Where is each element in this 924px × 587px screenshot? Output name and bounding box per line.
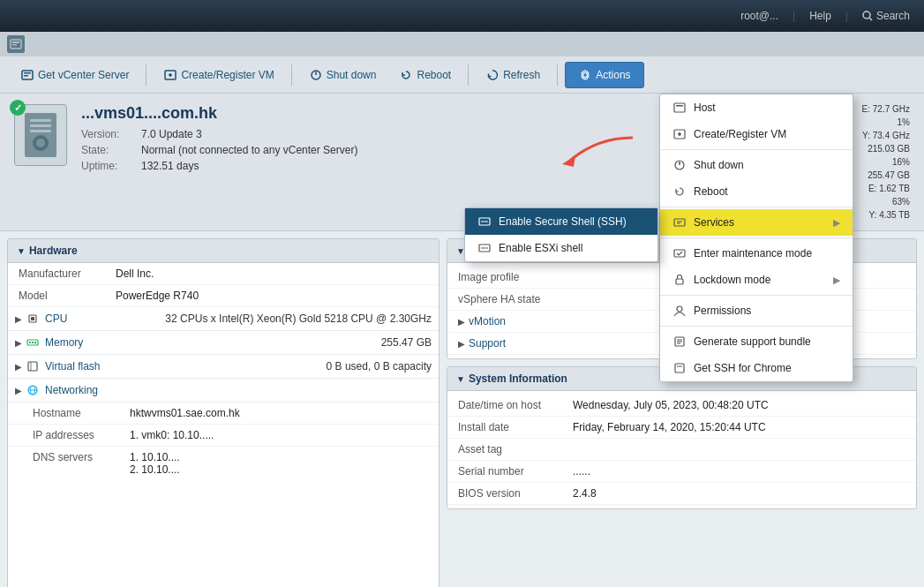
- dns-value-1: 1. 10.10....: [130, 451, 428, 463]
- support-bundle-label: Generate support bundle: [694, 335, 840, 348]
- refresh-icon: [485, 68, 500, 82]
- manufacturer-label: Manufacturer: [19, 267, 116, 280]
- ssh-chrome-icon-svg: [673, 362, 686, 374]
- services-icon-svg: [673, 216, 686, 229]
- shutdown-label: Shut down: [327, 69, 377, 81]
- hardware-collapse-icon[interactable]: ▼: [17, 246, 26, 256]
- datetime-label: Date/time on host: [458, 399, 573, 411]
- svg-rect-18: [32, 342, 34, 343]
- svg-rect-38: [674, 250, 685, 257]
- networking-row[interactable]: ▶ Networking: [8, 379, 439, 403]
- menu-item-create-vm[interactable]: Create/Register VM: [660, 121, 853, 147]
- menu-sep5: [660, 326, 853, 327]
- services-submenu-arrow: ▶: [833, 217, 840, 229]
- ip-row: IP addresses 1. vmk0: 10.10.....: [8, 425, 439, 447]
- reboot-icon-svg: [400, 69, 412, 81]
- version-label: Version:: [81, 128, 134, 140]
- install-value: Friday, February 14, 2020, 15:20:44 UTC: [573, 421, 905, 433]
- create-vm-menu-icon: [672, 127, 687, 141]
- esxi-icon: [477, 241, 492, 255]
- menu-item-reboot[interactable]: Reboot: [660, 178, 853, 205]
- cpu-section-row[interactable]: ▶ CPU 32 CPUs x Intel(R) Xeon(R) Gold 52…: [8, 307, 439, 331]
- svg-rect-17: [29, 342, 31, 343]
- cpu-label: CPU: [45, 312, 67, 325]
- lockdown-submenu-arrow: ▶: [833, 275, 840, 286]
- toolbar-sep3: [468, 64, 469, 86]
- actions-label: Actions: [596, 69, 630, 81]
- networking-icon-svg: [26, 384, 39, 396]
- svg-point-40: [677, 306, 682, 312]
- enable-ssh-item[interactable]: Enable Secure Shell (SSH): [465, 208, 657, 235]
- serial-row: Serial number ......: [447, 461, 916, 483]
- version-value: 7.0 Update 3: [141, 128, 202, 140]
- svg-rect-39: [676, 279, 683, 284]
- get-vcenter-button[interactable]: Get vCenter Server: [11, 62, 139, 88]
- cpu-icon-svg: [26, 312, 39, 325]
- svg-point-0: [863, 11, 870, 19]
- toolbar-sep4: [557, 64, 558, 86]
- reboot-button[interactable]: Reboot: [389, 62, 461, 88]
- bios-value: 2.4.8: [573, 487, 905, 500]
- menu-item-host[interactable]: Host: [660, 94, 853, 121]
- shutdown-button[interactable]: Shut down: [299, 62, 387, 88]
- actions-button[interactable]: Actions: [565, 62, 643, 88]
- enable-esxi-item[interactable]: Enable ESXi shell: [465, 235, 657, 261]
- create-icon-svg: [164, 69, 177, 81]
- uptime-label: Uptime:: [81, 160, 134, 172]
- create-vm-icon-svg: [673, 128, 686, 140]
- dns-value-2: 2. 10.10....: [130, 463, 428, 476]
- svg-line-1: [869, 18, 872, 20]
- menu-item-support-bundle[interactable]: Generate support bundle: [660, 328, 853, 355]
- support-expand-icon: ▶: [458, 339, 465, 349]
- create-register-button[interactable]: Create/Register VM: [154, 62, 283, 88]
- menu-item-permissions[interactable]: Permissions: [660, 297, 853, 324]
- menu-item-services[interactable]: Services ▶ Enable Secure Shell (SSH): [660, 209, 853, 236]
- vflash-value: 0 B used, 0 B capacity: [327, 360, 432, 373]
- separator2: |: [845, 10, 848, 22]
- menu-sep2: [660, 207, 853, 207]
- sysinfo-collapse-icon[interactable]: ▼: [456, 374, 465, 384]
- image-profile-label: Image profile: [458, 271, 573, 283]
- help-button[interactable]: Help: [809, 10, 831, 22]
- install-label: Install date: [458, 421, 573, 433]
- menu-item-ssh-chrome[interactable]: Get SSH for Chrome: [660, 355, 853, 381]
- sysinfo-panel: ▼ System Information Date/time on host W…: [447, 366, 917, 509]
- datetime-row: Date/time on host Wednesday, July 05, 20…: [447, 395, 916, 417]
- shutdown-menu-icon-svg: [673, 159, 686, 171]
- menu-item-lockdown[interactable]: Lockdown mode ▶: [660, 267, 853, 293]
- tab-icon: [7, 35, 25, 53]
- menu-item-maintenance[interactable]: Enter maintenance mode: [660, 240, 853, 267]
- memory-section-row[interactable]: ▶ Memory 255.47 GB: [8, 331, 439, 355]
- svg-rect-3: [12, 41, 19, 43]
- menu-sep3: [660, 237, 853, 238]
- virtual-flash-row[interactable]: ▶ Virtual flash 0 B used, 0 B capacity: [8, 355, 439, 379]
- refresh-icon-svg: [486, 69, 499, 81]
- memory-icon: [26, 335, 40, 350]
- separator: |: [793, 10, 795, 22]
- ssh-chrome-icon: [672, 361, 687, 375]
- hostname-value: hktwvms01.sae.com.hk: [130, 407, 428, 419]
- refresh-button[interactable]: Refresh: [476, 62, 550, 88]
- actions-dropdown: Host Create/Register VM Shut down: [659, 94, 853, 382]
- support-bundle-icon-svg: [673, 335, 686, 348]
- esxi-icon-svg: [478, 242, 491, 254]
- menu-item-shutdown[interactable]: Shut down: [660, 152, 853, 178]
- shutdown-icon: [309, 68, 323, 82]
- enable-ssh-label: Enable Secure Shell (SSH): [499, 215, 627, 228]
- svg-rect-25: [676, 105, 683, 107]
- search-button[interactable]: Search: [862, 10, 910, 22]
- permissions-icon: [672, 304, 687, 318]
- sysinfo-panel-title: System Information: [469, 373, 567, 385]
- hardware-panel-content: Manufacturer Dell Inc. Model PowerEdge R…: [8, 263, 439, 480]
- ssh-chrome-label: Get SSH for Chrome: [694, 362, 840, 374]
- networking-expand-icon: ▶: [15, 386, 22, 395]
- hostname-row: Hostname hktwvms01.sae.com.hk: [8, 403, 439, 425]
- model-row: Model PowerEdge R740: [8, 285, 439, 307]
- datetime-value: Wednesday, July 05, 2023, 00:48:20 UTC: [573, 399, 905, 411]
- get-vcenter-label: Get vCenter Server: [38, 69, 129, 81]
- vflash-label: Virtual flash: [45, 360, 100, 373]
- manufacturer-row: Manufacturer Dell Inc.: [8, 263, 439, 285]
- create-vm-menu-label: Create/Register VM: [694, 128, 840, 140]
- manufacturer-value: Dell Inc.: [116, 267, 428, 280]
- bios-row: BIOS version 2.4.8: [447, 483, 916, 505]
